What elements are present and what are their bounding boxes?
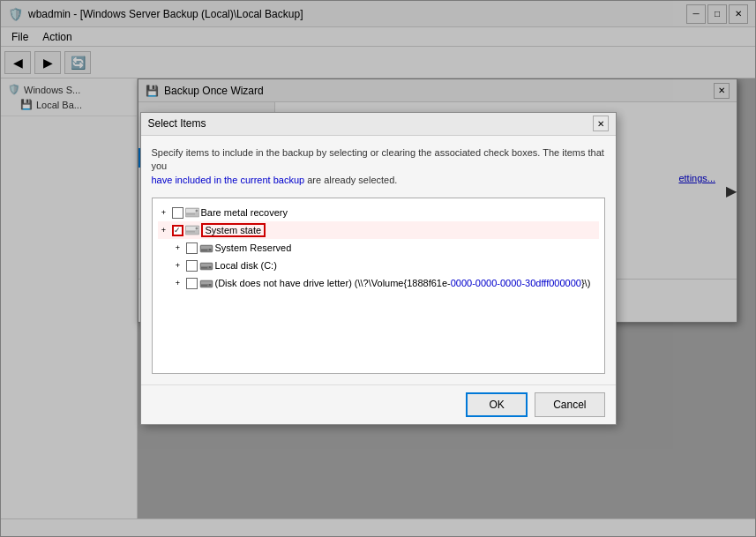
tree-icon-system-state bbox=[185, 223, 199, 237]
svg-point-21 bbox=[209, 284, 211, 286]
tree-expander-no-drive[interactable]: + bbox=[172, 277, 184, 289]
tree-checkbox-bare-metal[interactable] bbox=[172, 207, 183, 219]
svg-rect-16 bbox=[201, 264, 212, 266]
dialog-body: Specify items to include in the backup b… bbox=[141, 136, 616, 384]
tree-item-system-state: + System state bbox=[158, 221, 599, 239]
svg-point-9 bbox=[195, 227, 198, 230]
tree-expander-bare-metal[interactable]: + bbox=[158, 206, 170, 219]
tree-icon-local-disk bbox=[199, 258, 213, 272]
tree-label-no-drive[interactable]: (Disk does not have drive letter) (\\?\V… bbox=[215, 278, 591, 288]
dialog-close-button[interactable]: ✕ bbox=[593, 116, 609, 131]
tree-item-bare-metal: + Bare metal recovery bbox=[158, 204, 599, 221]
tree-checkbox-no-drive[interactable] bbox=[186, 278, 198, 289]
svg-rect-18 bbox=[201, 267, 207, 269]
volume-guid: 0000-0000-0000-30dfff000000 bbox=[451, 278, 581, 288]
desc-part3: are already selected. bbox=[307, 175, 397, 185]
tree-item-local-disk-c: + Local disk (C:) bbox=[158, 257, 599, 274]
tree-label-bare-metal[interactable]: Bare metal recovery bbox=[201, 207, 288, 218]
tree-label-system-reserved[interactable]: System Reserved bbox=[215, 242, 292, 253]
dialog-description: Specify items to include in the backup b… bbox=[152, 146, 605, 187]
cancel-dialog-button[interactable]: Cancel bbox=[535, 392, 604, 417]
tree-label-system-state[interactable]: System state bbox=[201, 223, 266, 237]
svg-rect-22 bbox=[201, 285, 207, 287]
svg-point-13 bbox=[209, 249, 211, 250]
tree-expander-system-state[interactable]: + bbox=[158, 224, 170, 236]
tree-icon-no-drive bbox=[199, 276, 213, 290]
svg-rect-14 bbox=[201, 250, 207, 251]
dialog-overlay: Select Items ✕ Specify items to include … bbox=[0, 0, 756, 537]
desc-highlight: have included in the current backup bbox=[152, 175, 305, 185]
tree-checkbox-system-state[interactable] bbox=[172, 225, 183, 236]
svg-point-5 bbox=[195, 210, 198, 213]
ok-button[interactable]: OK bbox=[466, 392, 528, 417]
svg-rect-6 bbox=[186, 213, 195, 215]
dialog-footer: OK Cancel bbox=[141, 384, 616, 424]
dialog-title-text: Select Items bbox=[148, 117, 206, 130]
tree-item-no-drive-letter: + (Disk does not have drive letter) (\\?… bbox=[158, 274, 599, 292]
tree-icon-bare-metal bbox=[185, 205, 199, 220]
svg-rect-12 bbox=[201, 246, 212, 249]
svg-point-17 bbox=[209, 266, 211, 268]
tree-expander-local-disk[interactable]: + bbox=[172, 259, 184, 272]
desc-part1: Specify items to include in the backup b… bbox=[152, 147, 604, 171]
svg-rect-10 bbox=[186, 231, 195, 233]
tree-icon-system-reserved bbox=[199, 241, 213, 255]
tree-view[interactable]: + Bare metal recovery + bbox=[152, 198, 605, 374]
tree-expander-system-reserved[interactable]: + bbox=[172, 242, 184, 254]
tree-checkbox-local-disk[interactable] bbox=[186, 260, 198, 272]
tree-checkbox-system-reserved[interactable] bbox=[186, 242, 198, 254]
dialog-title-bar: Select Items ✕ bbox=[141, 113, 616, 136]
tree-item-system-reserved: + System Reserved bbox=[158, 239, 599, 257]
select-items-dialog: Select Items ✕ Specify items to include … bbox=[140, 112, 617, 425]
tree-label-local-disk[interactable]: Local disk (C:) bbox=[215, 260, 277, 271]
svg-rect-20 bbox=[201, 281, 212, 284]
